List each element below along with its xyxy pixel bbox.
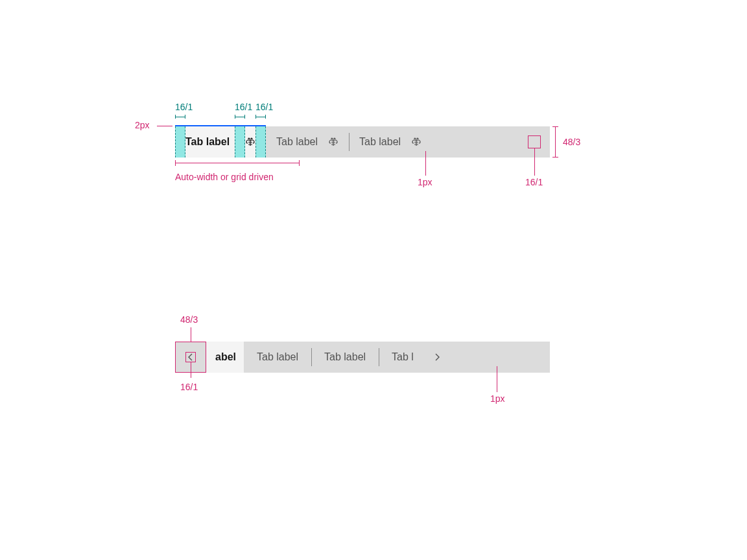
scroll-next-button[interactable] — [421, 342, 453, 373]
nav-button-size-annotation: 48/3 — [180, 314, 198, 325]
bee-icon — [245, 137, 255, 147]
icon-size-box — [528, 135, 541, 148]
svg-point-4 — [414, 138, 416, 139]
tab-active[interactable]: Tab label — [175, 126, 266, 158]
tab[interactable]: Tab label — [349, 126, 432, 158]
tab[interactable]: Tab label — [244, 342, 311, 373]
tab-label: Tab label — [324, 351, 366, 363]
bee-icon — [411, 137, 421, 147]
padding-highlight — [235, 126, 245, 158]
tab-list-scrollable: abel Tab label Tab label Tab l — [175, 342, 550, 373]
tab-list: Tab label Tab label Tab label — [175, 126, 550, 158]
tab[interactable]: Tab label — [311, 342, 379, 373]
gap-marker: 16/1 — [235, 102, 245, 119]
top-indicator-annotation: 2px — [135, 120, 150, 130]
tab-label: Tab label — [359, 136, 401, 148]
tab-label: Tab label — [185, 126, 230, 158]
tabs-spec-scrollable: 48/3 abel Tab label Tab label Tab l 16/1… — [175, 342, 550, 373]
tab-label: Tab label — [257, 351, 298, 363]
svg-point-3 — [334, 138, 335, 139]
tab-clipped[interactable]: Tab l — [379, 342, 421, 373]
bee-icon — [328, 137, 338, 147]
tab[interactable]: Tab label — [266, 126, 349, 158]
padding-left-marker: 16/1 — [175, 102, 185, 119]
tab-label: abel — [215, 351, 236, 363]
tab-label: Tab l — [392, 351, 414, 363]
nav-icon-box — [185, 352, 196, 362]
padding-highlight — [255, 126, 266, 158]
chevron-right-icon — [432, 352, 442, 362]
svg-point-1 — [251, 138, 252, 139]
svg-point-5 — [417, 138, 418, 139]
tab-active-clipped[interactable]: abel — [206, 342, 244, 373]
svg-point-0 — [248, 138, 250, 139]
tab-label: Tab label — [276, 136, 318, 148]
svg-point-2 — [331, 138, 333, 139]
padding-right-marker: 16/1 — [255, 102, 266, 119]
padding-highlight — [175, 126, 185, 158]
tabs-spec-dismissible: 16/1 16/1 16/1 2px Tab label Tab label — [175, 126, 550, 158]
